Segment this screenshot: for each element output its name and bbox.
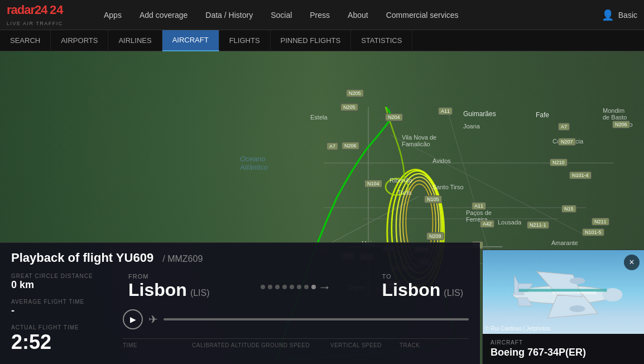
great-circle-label: GREAT CIRCLE DISTANCE	[11, 273, 123, 279]
dot-5	[290, 285, 294, 289]
sub-nav-aircraft[interactable]: AIRCRAFT	[162, 30, 219, 51]
sub-nav-statistics[interactable]: STATISTICS	[351, 30, 412, 51]
to-label: TO	[382, 273, 463, 280]
dot-6	[297, 285, 301, 289]
close-button[interactable]: ×	[624, 255, 640, 270]
user-area[interactable]: 👤 Basic	[602, 9, 637, 21]
top-navigation: radar24 24 LIVE AIR TRAFFIC Apps Add cov…	[0, 0, 644, 30]
actual-flight-stat: ACTUAL FLIGHT TIME 2:52	[11, 324, 123, 354]
avg-flight-label: AVERAGE FLIGHT TIME	[11, 299, 123, 305]
stats-left: GREAT CIRCLE DISTANCE 0 km AVERAGE FLIGH…	[11, 273, 123, 358]
dot-4	[282, 285, 287, 289]
dot-8	[311, 285, 316, 289]
logo-text: radar24	[7, 3, 47, 17]
nav-commercial[interactable]: Commercial services	[378, 7, 467, 23]
avg-flight-stat: AVERAGE FLIGHT TIME -	[11, 299, 123, 317]
user-label: Basic	[618, 11, 637, 20]
svg-point-24	[570, 277, 585, 284]
aircraft-panel: © Rui Cardoso | Jetphotos × AIRCRAFT Boe…	[482, 250, 644, 364]
progress-fill	[164, 318, 469, 320]
svg-rect-28	[552, 291, 597, 294]
nav-items: Apps Add coverage Data / History Social …	[96, 7, 602, 23]
logo[interactable]: radar24 24 LIVE AIR TRAFFIC	[7, 3, 85, 27]
col-track: TRACK	[400, 341, 469, 349]
col-time: TIME	[123, 341, 192, 349]
actual-flight-value: 2:52	[11, 331, 123, 354]
sub-nav-search[interactable]: SEARCH	[0, 30, 51, 51]
col-alt: CALIBRATED ALTITUDE	[192, 341, 261, 349]
aircraft-silhouette	[483, 250, 644, 334]
from-city-name: Lisbon	[128, 280, 187, 300]
sub-navigation: SEARCH AIRPORTS AIRLINES AIRCRAFT FLIGHT…	[0, 30, 644, 51]
sub-nav-pinned[interactable]: PINNED FLIGHTS	[271, 30, 352, 51]
flight-subtitle: / MMZ609	[162, 254, 203, 264]
image-credit: © Rui Cardoso | Jetphotos	[485, 325, 550, 332]
dot-1	[261, 285, 265, 289]
flight-title: Playback of flight YU609	[11, 251, 153, 265]
aircraft-image: © Rui Cardoso | Jetphotos	[483, 250, 644, 334]
from-city: FROM Lisbon (LIS)	[128, 273, 210, 300]
from-label: FROM	[128, 273, 210, 280]
playback-controls: ▶ ✈	[123, 309, 469, 329]
great-circle-stat: GREAT CIRCLE DISTANCE 0 km	[11, 273, 123, 291]
from-city-code: (LIS)	[190, 288, 210, 298]
sub-nav-airports[interactable]: AIRPORTS	[51, 30, 108, 51]
aircraft-details: AIRCRAFT Boeing 767-34P(ER)	[483, 334, 644, 364]
user-icon: 👤	[602, 9, 614, 21]
avg-flight-value: -	[11, 305, 123, 317]
actual-flight-label: ACTUAL FLIGHT TIME	[11, 324, 123, 331]
aircraft-label: AIRCRAFT	[491, 339, 636, 346]
bottom-panel: Playback of flight YU609 / MMZ609 GREAT …	[0, 242, 480, 364]
nav-press[interactable]: Press	[302, 7, 338, 23]
flight-route: FROM Lisbon (LIS)	[123, 273, 469, 300]
play-button[interactable]: ▶	[123, 309, 143, 329]
dot-7	[304, 285, 309, 289]
panel-stats: GREAT CIRCLE DISTANCE 0 km AVERAGE FLIGH…	[11, 273, 469, 358]
dot-3	[275, 285, 280, 289]
sub-nav-airlines[interactable]: AIRLINES	[108, 30, 162, 51]
nav-data-history[interactable]: Data / History	[198, 7, 261, 23]
dot-2	[268, 285, 272, 289]
svg-point-23	[570, 305, 585, 312]
logo-sub: LIVE AIR TRAFFIC	[7, 21, 63, 26]
route-dots	[261, 285, 316, 289]
panel-title: Playback of flight YU609 / MMZ609	[11, 251, 469, 265]
col-ground-speed: GROUND SPEED	[261, 341, 330, 349]
route-arrow: →	[219, 279, 373, 295]
to-city-code: (LIS)	[444, 288, 463, 298]
nav-add-coverage[interactable]: Add coverage	[132, 7, 195, 23]
arrow-icon: →	[318, 279, 331, 295]
progress-bar[interactable]	[164, 318, 469, 320]
to-city: TO Lisbon (LIS)	[382, 273, 463, 300]
aircraft-type: Boeing 767-34P(ER)	[491, 347, 636, 358]
to-city-name: Lisbon	[382, 280, 440, 300]
nav-about[interactable]: About	[340, 7, 376, 23]
col-vert-speed: VERTICAL SPEED	[330, 341, 400, 349]
sub-nav-flights[interactable]: FLIGHTS	[219, 30, 271, 51]
table-headers: TIME CALIBRATED ALTITUDE GROUND SPEED VE…	[123, 338, 469, 349]
nav-apps[interactable]: Apps	[96, 7, 129, 23]
plane-icon: ✈	[148, 313, 158, 326]
nav-social[interactable]: Social	[263, 7, 300, 23]
route-area: FROM Lisbon (LIS)	[123, 273, 469, 358]
great-circle-value: 0 km	[11, 279, 123, 291]
